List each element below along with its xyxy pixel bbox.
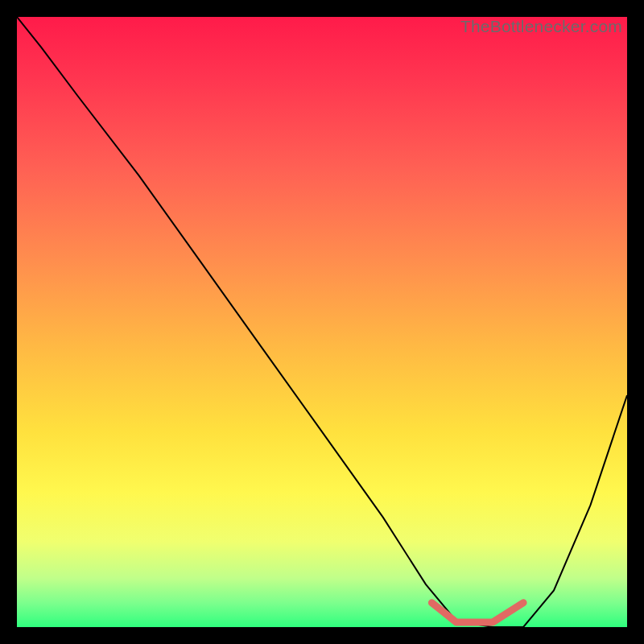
bottleneck-chart <box>17 17 627 627</box>
chart-frame: TheBottlenecker.com <box>17 17 627 627</box>
gradient-background <box>17 17 627 627</box>
watermark-text: TheBottlenecker.com <box>460 17 622 36</box>
